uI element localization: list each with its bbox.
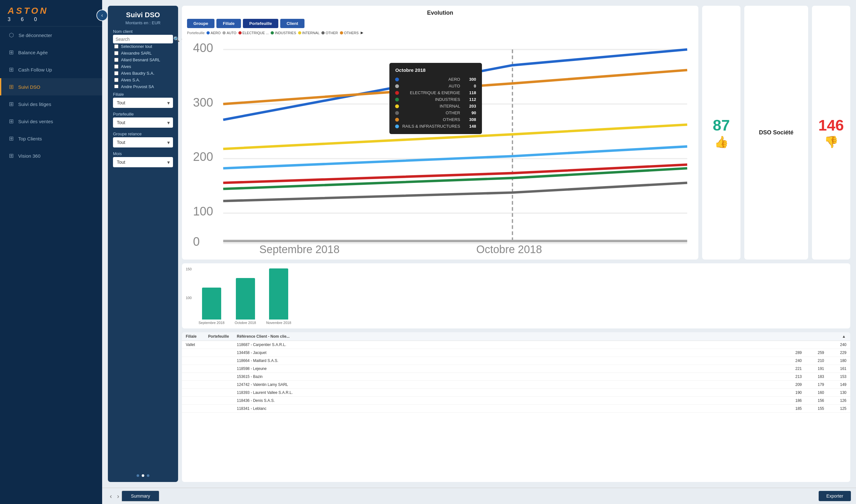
bar-y-150: 150 [186, 267, 192, 271]
client-item[interactable]: Alves S.A. [113, 77, 173, 83]
dot-1[interactable] [137, 474, 139, 477]
client-checkbox[interactable] [114, 51, 119, 55]
client-label: Nom client [113, 29, 173, 34]
client-item[interactable]: Alves [113, 64, 173, 70]
svg-text:Octobre 2018: Octobre 2018 [476, 243, 542, 255]
next-arrow[interactable]: › [114, 491, 122, 501]
table-row: 118436 - Denis S.A.S. 186 156 126 [182, 397, 850, 405]
table-header: Filiale Portefeuille Référence Client - … [182, 332, 850, 341]
evo-btn-filiale[interactable]: Filiale [216, 19, 241, 28]
sidebar-item-label: Cash Follow Up [18, 67, 52, 72]
sidebar-item-suivilitiges[interactable]: ⊞ Suivi des litiges [0, 95, 102, 113]
tooltip-dot-rails [395, 125, 399, 128]
client-item[interactable]: Alexandre SARL [113, 50, 173, 56]
portefeuille-select-wrapper: ToutOption1 [113, 118, 173, 128]
bottom-bar: ‹ › Summary Exporter [102, 488, 856, 504]
client-checkbox[interactable] [114, 71, 119, 75]
prev-arrow[interactable]: ‹ [107, 491, 114, 501]
client-checkbox[interactable] [114, 58, 119, 62]
sidebar-item-cashfollowup[interactable]: ⊞ Cash Follow Up [0, 61, 102, 78]
groupe-label: Groupe relance [113, 131, 173, 136]
table-row: 118393 - Laurent Vallee S.A.R.L. 190 160… [182, 389, 850, 397]
sidebar-item-topclients[interactable]: ⊞ Top Clients [0, 130, 102, 147]
client-item[interactable]: Sélectionner tout [113, 43, 173, 50]
tab-summary[interactable]: Summary [122, 491, 159, 501]
dso-societe-card: DSO Société [744, 6, 808, 259]
sidebar-toggle[interactable]: ‹ [96, 10, 108, 21]
sidebar-item-label: Top Clients [18, 136, 42, 141]
tooltip-label-aero: AERO [402, 77, 460, 82]
table-row: Vallet 118687 - Carpentier S.A.R.L. 240 [182, 341, 850, 349]
groupe-filter: Groupe relance ToutOption1 [113, 131, 173, 147]
table-row: 118664 - Maillard S.A.S. 240 210 180 [182, 357, 850, 365]
sidebar-item-vision360[interactable]: ⊞ Vision 360 [0, 147, 102, 164]
client-label-text: Alexandre SARL [121, 51, 151, 56]
sidebar-item-suiviventes[interactable]: ⊞ Suivi des ventes [0, 113, 102, 130]
top-row: Evolution Groupe Filiale Portefeuille Cl… [182, 6, 850, 259]
svg-text:Septembre 2018: Septembre 2018 [260, 243, 340, 255]
table-row: 124742 - Valentin Lamy SARL 209 179 149 [182, 381, 850, 389]
client-checkbox[interactable] [114, 65, 119, 69]
portefeuille-select[interactable]: ToutOption1 [113, 118, 173, 128]
tooltip-val-elec: 118 [463, 90, 476, 95]
client-item[interactable]: Alves Baudry S.A. [113, 70, 173, 76]
mois-select[interactable]: ToutOption1 [113, 157, 173, 167]
grid-icon: ⊞ [9, 66, 14, 73]
export-button[interactable]: Exporter [819, 491, 851, 501]
filiale-filter: Filiale ToutOption1 [113, 92, 173, 108]
sidebar-item-label: Suivi des ventes [18, 119, 53, 124]
bar-chart-area: 150 100 Septembre 2018 Oct [186, 267, 846, 325]
tooltip-label-int: INTERNAL [402, 104, 460, 109]
filiale-select[interactable]: ToutOption1 [113, 98, 173, 108]
client-checkbox[interactable] [114, 85, 119, 88]
sidebar-item-balance[interactable]: ⊞ Balance Agée [0, 44, 102, 61]
bar-oct [236, 278, 255, 320]
right-section: Evolution Groupe Filiale Portefeuille Cl… [182, 6, 850, 482]
grid-icon: ⊞ [9, 101, 14, 108]
panel-subtitle: Montants en : EUR [113, 20, 173, 25]
svg-text:300: 300 [193, 95, 213, 109]
legend-arrow[interactable]: ▶ [361, 31, 363, 35]
tooltip-row-rails: RAILS & INFRASTRUCTURES 148 [395, 123, 476, 130]
legend-other: OTHER [321, 31, 338, 35]
table-row: 118341 - Leblanc 185 155 125 [182, 405, 850, 413]
tooltip-val-other: 90 [463, 110, 476, 115]
search-icon[interactable]: 🔍 [173, 36, 180, 42]
bar-sep [202, 288, 221, 320]
main-area: Suivi DSO Montants en : EUR Nom client 🔍… [102, 0, 856, 504]
table-row: 153615 - Bazin 213 183 153 [182, 373, 850, 381]
tooltip-label-auto: AUTO [402, 84, 460, 88]
evo-btn-groupe[interactable]: Groupe [187, 19, 214, 28]
bar-nov [269, 268, 288, 320]
svg-text:100: 100 [193, 204, 213, 218]
client-checkbox[interactable] [114, 44, 119, 49]
dso-red-value: 146 [818, 116, 844, 134]
client-checkbox[interactable] [114, 78, 119, 82]
tooltip-val-others: 308 [463, 117, 476, 122]
client-item[interactable]: Andre Pruvost SA [113, 84, 173, 88]
grid-icon: ⊞ [9, 118, 14, 125]
dso-green-card: 87 👍 [702, 6, 741, 259]
client-item[interactable]: Allard Besnard SARL [113, 57, 173, 63]
sidebar-item-label: Suivi des litiges [18, 102, 51, 107]
legend-internal: INTERNAL [298, 31, 320, 35]
legend-industries: INDUSTRIES [271, 31, 296, 35]
client-list: Sélectionner tout Alexandre SARL Allard … [113, 43, 173, 88]
legend-electrique: ELECTRIQUE ... [238, 31, 269, 35]
tooltip-label-ind: INDUSTRIES [402, 97, 460, 102]
col-filiale: Filiale [186, 334, 208, 339]
portefeuille-label: Portefeuille [113, 112, 173, 116]
chart-legend: Portefeuille AERO AUTO ELECTRIQUE ... IN… [187, 31, 693, 35]
sidebar-item-logout[interactable]: ⬡ Se déconnecter [0, 26, 102, 44]
sidebar-item-suividso[interactable]: ⊞ Suivi DSO [0, 78, 102, 95]
portefeuille-filter: Portefeuille ToutOption1 [113, 112, 173, 128]
evo-btn-client[interactable]: Client [280, 19, 304, 28]
bar-group-nov: Novembre 2018 [266, 268, 291, 325]
search-input[interactable] [115, 37, 172, 42]
tooltip-row-elec: ELECTRIQUE & ENERGIE 118 [395, 89, 476, 96]
dot-2[interactable] [142, 474, 144, 477]
groupe-select[interactable]: ToutOption1 [113, 137, 173, 147]
evo-btn-portefeuille[interactable]: Portefeuille [243, 19, 278, 28]
dot-3[interactable] [147, 474, 149, 477]
client-label-text: Sélectionner tout [121, 44, 152, 49]
